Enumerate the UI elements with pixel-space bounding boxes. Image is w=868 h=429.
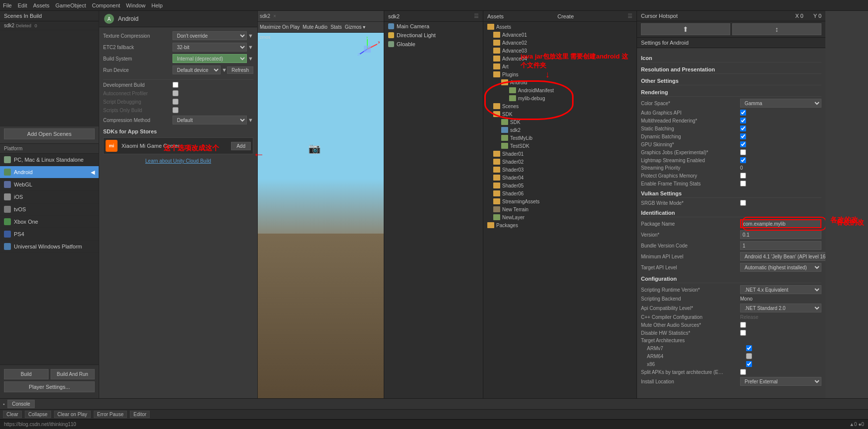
android-item[interactable]: Android — [483, 78, 637, 86]
dynamic-batching-checkbox[interactable] — [740, 133, 746, 139]
split-apks-checkbox[interactable] — [740, 369, 746, 375]
etc2-fallback-select[interactable]: 32-bit — [173, 43, 247, 52]
hierarchy-directional-light[interactable]: Directional Light — [384, 31, 483, 40]
platform-xbox[interactable]: Xbox One — [0, 216, 99, 228]
development-build-checkbox[interactable] — [173, 82, 178, 88]
platform-tvos[interactable]: tvOS — [0, 203, 99, 216]
streaming-assets-item[interactable]: StreamingAssets — [483, 197, 637, 205]
advance03-item[interactable]: Advance03 — [483, 47, 637, 55]
hierarchy-gloable[interactable]: Gloable — [384, 40, 483, 49]
console-clear-on-play-button[interactable]: Clear on Play — [54, 411, 91, 418]
menu-edit[interactable]: Edit — [18, 2, 27, 8]
mute-audio-sources-checkbox[interactable] — [740, 322, 746, 328]
arm64-checkbox[interactable] — [746, 353, 752, 359]
armv7-checkbox[interactable] — [746, 345, 752, 351]
menu-file[interactable]: File — [3, 2, 12, 8]
build-and-run-button[interactable]: Build And Run — [51, 369, 95, 379]
platform-android[interactable]: Android ◀ — [0, 166, 99, 179]
shader01-item[interactable]: Shader01 — [483, 150, 637, 158]
graphics-jobs-checkbox[interactable] — [740, 149, 746, 155]
plugins-item[interactable]: Plugins — [483, 70, 637, 78]
console-tab-label[interactable]: Console — [7, 400, 35, 408]
compression-arrow[interactable]: ▼ — [248, 117, 253, 123]
menu-help[interactable]: Help — [151, 2, 163, 8]
platform-pc[interactable]: PC, Mac & Linux Standalone — [0, 154, 99, 166]
player-settings-button[interactable]: Player Settings... — [4, 381, 95, 392]
disable-hw-checkbox[interactable] — [740, 330, 746, 336]
scenes-item[interactable]: Scenes — [483, 102, 637, 110]
testsdk-item[interactable]: TestSDK — [483, 142, 637, 150]
testmylib-item[interactable]: TestMyLib — [483, 134, 637, 142]
sdk-item[interactable]: SDK — [483, 118, 637, 126]
hierarchy-main-camera[interactable]: Main Camera — [384, 22, 483, 31]
multithreaded-rendering-checkbox[interactable] — [740, 118, 746, 123]
autoconnect-profiler-checkbox[interactable] — [173, 90, 178, 96]
platform-ps4[interactable]: PS4 — [0, 228, 99, 241]
assets-root[interactable]: Assets — [483, 23, 637, 31]
scene-item-sdk2[interactable]: sdk2 Deleted 0 — [0, 21, 99, 30]
shader04-item[interactable]: Shader04 — [483, 174, 637, 182]
stats-btn[interactable]: Stats — [331, 24, 342, 30]
gizmos-btn[interactable]: Gizmos ▾ — [345, 24, 365, 30]
maximize-on-play-btn[interactable]: Maximize On Play — [260, 24, 300, 30]
cloud-build-link[interactable]: Learn about Unity Cloud Build — [103, 156, 253, 166]
build-button[interactable]: Build — [4, 369, 49, 379]
mute-audio-btn[interactable]: Mute Audio — [303, 24, 328, 30]
compression-method-select[interactable]: Default — [173, 116, 247, 124]
art-item[interactable]: Art — [483, 62, 637, 70]
refresh-button[interactable]: Refresh — [227, 66, 253, 74]
x86-checkbox[interactable] — [746, 361, 752, 367]
upload-button[interactable]: ⬆ — [641, 23, 730, 35]
texture-compression-arrow[interactable]: ▼ — [248, 33, 253, 39]
auto-graphics-api-checkbox[interactable] — [740, 110, 746, 116]
sdk-root-item[interactable]: SDK — [483, 110, 637, 118]
menu-assets[interactable]: Assets — [33, 2, 50, 8]
etc2-arrow[interactable]: ▼ — [248, 44, 253, 50]
console-editor-button[interactable]: Editor — [130, 411, 150, 418]
platform-uwp[interactable]: Universal Windows Platform — [0, 241, 99, 253]
advance04-item[interactable]: Advance04 — [483, 55, 637, 62]
static-batching-checkbox[interactable] — [740, 125, 746, 131]
project-menu-icon[interactable]: ☰ — [628, 13, 633, 19]
scripting-runtime-select[interactable]: .NET 4.x Equivalent — [740, 285, 821, 294]
color-space-select[interactable]: Gamma — [740, 99, 821, 108]
min-api-select[interactable]: Android 4.1 'Jelly Bean' (API level 16) — [740, 252, 825, 261]
console-clear-button[interactable]: Clear — [3, 411, 22, 418]
add-open-scenes-button[interactable]: Add Open Scenes — [4, 128, 95, 139]
package-name-input[interactable] — [740, 219, 821, 228]
platform-webgl[interactable]: WebGL — [0, 179, 99, 191]
lightmap-streaming-checkbox[interactable] — [740, 157, 746, 163]
srgb-write-checkbox[interactable] — [740, 200, 746, 206]
bundle-version-input[interactable] — [740, 241, 821, 250]
run-device-dropdown-arrow[interactable]: ▼ — [222, 67, 227, 73]
console-error-pause-button[interactable]: Error Pause — [94, 411, 127, 418]
new-terrain-item[interactable]: New Terrain — [483, 205, 637, 213]
target-api-select[interactable]: Automatic (highest installed) — [740, 263, 821, 272]
scripts-only-build-checkbox[interactable] — [173, 107, 178, 113]
menu-component[interactable]: Component — [92, 2, 120, 8]
script-debugging-checkbox[interactable] — [173, 99, 178, 105]
protect-graphics-checkbox[interactable] — [740, 173, 746, 179]
shader05-item[interactable]: Shader05 — [483, 182, 637, 189]
api-compat-select[interactable]: .NET Standard 2.0 — [740, 304, 821, 312]
advance01-item[interactable]: Advance01 — [483, 31, 637, 39]
mylib-debug-item[interactable]: mylib-debug — [483, 94, 637, 102]
xiaomi-add-button[interactable]: Add — [231, 142, 251, 150]
run-device-select[interactable]: Default device — [173, 65, 221, 74]
sdk2-item[interactable]: sdk2 — [483, 126, 637, 134]
console-collapse-button[interactable]: Collapse — [25, 411, 51, 418]
newlayer-item[interactable]: NewLayer — [483, 213, 637, 221]
menu-gameobject[interactable]: GameObject — [56, 2, 86, 8]
platform-ios[interactable]: iOS — [0, 191, 99, 203]
build-system-arrow[interactable]: ▼ — [248, 56, 253, 61]
gpu-skinning-checkbox[interactable] — [740, 141, 746, 147]
build-system-select[interactable]: Internal (deprecated) — [173, 54, 247, 63]
shader02-item[interactable]: Shader02 — [483, 158, 637, 166]
hierarchy-menu-icon[interactable]: ☰ — [474, 13, 479, 19]
texture-compression-select[interactable]: Don't override — [173, 31, 247, 40]
androidmanifest-item[interactable]: AndroidManifest — [483, 86, 637, 94]
version-input[interactable] — [740, 230, 821, 239]
enable-frame-timing-checkbox[interactable] — [740, 181, 746, 186]
menu-window[interactable]: Window — [126, 2, 145, 8]
shader03-item[interactable]: Shader03 — [483, 166, 637, 174]
